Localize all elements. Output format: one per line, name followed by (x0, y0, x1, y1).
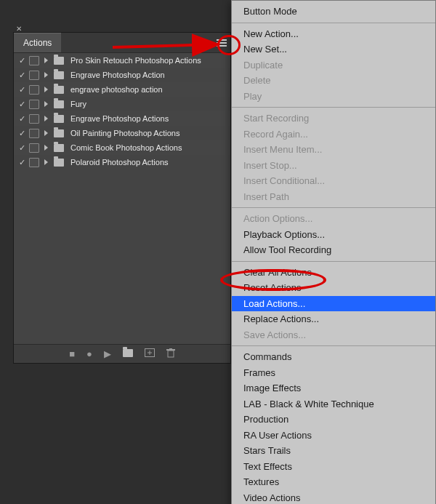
menu-item[interactable]: Video Actions (232, 490, 435, 505)
action-set-row[interactable]: ✓Engrave Photoshop Action (14, 68, 230, 82)
folder-icon (54, 57, 64, 65)
action-set-row[interactable]: ✓Fury (14, 97, 230, 111)
menu-item[interactable]: New Action... (232, 26, 435, 42)
toggle-check-icon[interactable]: ✓ (18, 143, 25, 153)
menu-item: Insert Path (232, 189, 435, 205)
menu-item[interactable]: Allow Tool Recording (232, 242, 435, 258)
tab-actions[interactable]: Actions (14, 33, 61, 52)
toggle-check-icon[interactable]: ✓ (18, 100, 25, 109)
dialog-toggle-icon[interactable] (29, 158, 39, 167)
actions-panel: Actions ✓Pro Skin Retouch Photoshop Acti… (13, 32, 231, 364)
new-set-icon[interactable] (123, 348, 133, 359)
action-set-label: Fury (70, 100, 86, 108)
menu-item[interactable]: RA User Actions (232, 428, 435, 444)
disclosure-triangle-icon[interactable] (44, 72, 48, 78)
svg-rect-2 (217, 45, 227, 47)
action-set-label: Engrave Photoshop Action (70, 71, 165, 79)
menu-item: Duplicate (232, 57, 435, 73)
disclosure-triangle-icon[interactable] (44, 101, 48, 107)
tab-label: Actions (23, 38, 52, 48)
action-set-list: ✓Pro Skin Retouch Photoshop Actions✓Engr… (14, 53, 230, 169)
action-set-label: Engrave Photoshop Actions (70, 114, 169, 123)
menu-item[interactable]: Playback Options... (232, 227, 435, 243)
toggle-check-icon[interactable]: ✓ (18, 114, 25, 124)
menu-item: Delete (232, 73, 435, 89)
disclosure-triangle-icon[interactable] (44, 87, 48, 92)
disclosure-triangle-icon[interactable] (44, 130, 48, 136)
menu-item[interactable]: Reset Actions (232, 280, 435, 296)
dialog-toggle-icon[interactable] (29, 71, 39, 80)
panel-tab-bar: Actions (14, 33, 230, 53)
toggle-check-icon[interactable]: ✓ (18, 129, 25, 138)
folder-icon (54, 159, 64, 167)
menu-item: Play (232, 89, 435, 105)
svg-rect-6 (168, 351, 174, 357)
svg-rect-7 (166, 349, 175, 351)
menu-item: Insert Menu Item... (232, 142, 435, 158)
menu-item[interactable]: New Set... (232, 41, 435, 57)
menu-item[interactable]: Replace Actions... (232, 311, 435, 327)
menu-item[interactable]: Stars Trails (232, 443, 435, 459)
disclosure-triangle-icon[interactable] (44, 116, 48, 121)
folder-icon (54, 86, 64, 94)
dialog-toggle-icon[interactable] (29, 129, 39, 138)
menu-separator (232, 107, 435, 108)
action-set-label: Pro Skin Retouch Photoshop Actions (70, 56, 201, 65)
menu-item: Action Options... (232, 211, 435, 227)
dialog-toggle-icon[interactable] (29, 56, 39, 65)
menu-item[interactable]: Image Effects (232, 380, 435, 396)
new-action-icon[interactable] (145, 348, 155, 359)
action-set-row[interactable]: ✓Comic Book Photoshop Actions (14, 140, 230, 155)
disclosure-triangle-icon[interactable] (44, 159, 48, 165)
folder-icon (54, 100, 64, 108)
dialog-toggle-icon[interactable] (29, 143, 39, 153)
action-set-label: Oil Painting Photoshop Actions (70, 129, 179, 137)
svg-rect-1 (217, 42, 227, 44)
menu-item: Save Actions... (232, 327, 435, 343)
menu-item[interactable]: Clear All Actions (232, 265, 435, 281)
menu-separator (232, 345, 435, 346)
menu-item[interactable]: Production (232, 412, 435, 428)
disclosure-triangle-icon[interactable] (44, 145, 48, 151)
menu-item[interactable]: Frames (232, 365, 435, 381)
dialog-toggle-icon[interactable] (29, 100, 39, 109)
action-set-row[interactable]: ✓Polaroid Photoshop Actions (14, 155, 230, 169)
menu-separator (232, 23, 435, 23)
panel-body: ✓Pro Skin Retouch Photoshop Actions✓Engr… (14, 53, 230, 344)
toggle-check-icon[interactable]: ✓ (18, 71, 25, 80)
menu-separator (232, 261, 435, 262)
action-set-row[interactable]: ✓Pro Skin Retouch Photoshop Actions (14, 53, 230, 68)
folder-icon (54, 144, 64, 152)
dialog-toggle-icon[interactable] (29, 85, 39, 95)
folder-icon (54, 71, 64, 79)
menu-item: Record Again... (232, 127, 435, 143)
menu-item[interactable]: Commands (232, 349, 435, 365)
action-set-row[interactable]: ✓engrave photoshop action (14, 82, 230, 97)
menu-item[interactable]: Text Effects (232, 459, 435, 475)
action-set-label: engrave photoshop action (70, 85, 163, 94)
menu-item: Insert Stop... (232, 158, 435, 174)
panel-flyout-menu: Button ModeNew Action...New Set...Duplic… (231, 0, 436, 504)
action-set-row[interactable]: ✓Oil Painting Photoshop Actions (14, 126, 230, 140)
play-icon[interactable]: ▶ (104, 348, 111, 359)
record-icon[interactable]: ● (86, 348, 92, 359)
toggle-check-icon[interactable]: ✓ (18, 158, 25, 167)
svg-rect-0 (217, 39, 227, 41)
menu-item[interactable]: Button Mode (232, 4, 435, 20)
dialog-toggle-icon[interactable] (29, 114, 39, 124)
folder-icon (54, 129, 64, 137)
hamburger-icon (217, 39, 227, 47)
disclosure-triangle-icon[interactable] (44, 57, 48, 63)
action-set-row[interactable]: ✓Engrave Photoshop Actions (14, 111, 230, 126)
trash-icon[interactable] (166, 348, 175, 360)
menu-item[interactable]: Textures (232, 474, 435, 490)
menu-item: Insert Conditional... (232, 173, 435, 189)
toggle-check-icon[interactable]: ✓ (18, 56, 25, 65)
toggle-check-icon[interactable]: ✓ (18, 85, 25, 95)
action-set-label: Polaroid Photoshop Actions (70, 158, 169, 167)
panel-footer: ■ ● ▶ (14, 344, 230, 363)
menu-item[interactable]: Load Actions... (232, 296, 435, 312)
panel-menu-button[interactable] (213, 33, 230, 52)
stop-icon[interactable]: ■ (69, 348, 75, 359)
menu-item[interactable]: LAB - Black & White Technique (232, 396, 435, 412)
